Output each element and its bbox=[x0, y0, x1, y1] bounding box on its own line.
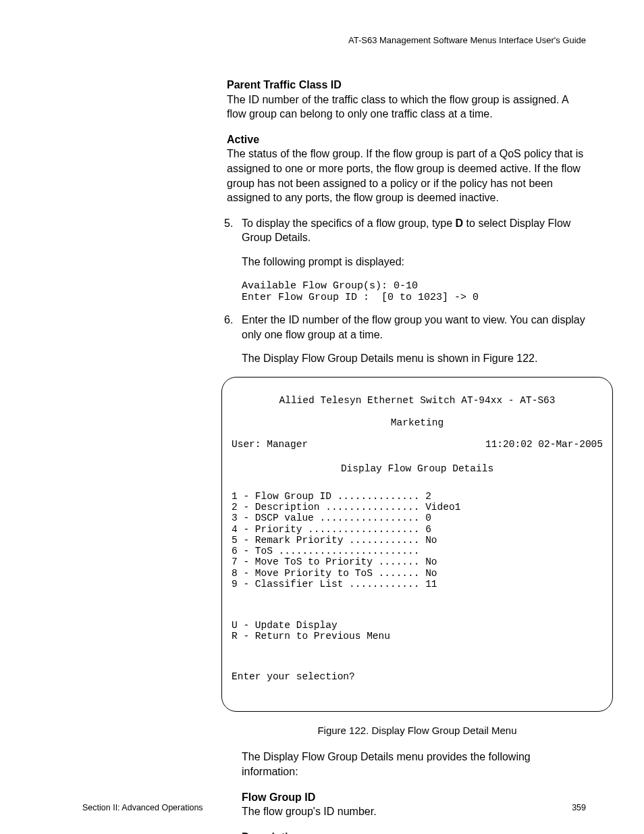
terminal-timestamp: 11:20:02 02-Mar-2005 bbox=[485, 439, 603, 450]
para-active: The status of the flow group. If the flo… bbox=[227, 147, 586, 205]
terminal-user: User: Manager bbox=[232, 439, 308, 450]
running-header: AT-S63 Management Software Menus Interfa… bbox=[82, 35, 586, 45]
terminal-commands: U - Update Display R - Return to Previou… bbox=[232, 620, 603, 642]
terminal-banner-1: Allied Telesyn Ethernet Switch AT-94xx -… bbox=[232, 395, 603, 406]
heading-active: Active bbox=[227, 132, 586, 147]
figure-caption: Figure 122. Display Flow Group Detail Me… bbox=[221, 724, 613, 737]
bold-key-d: D bbox=[456, 217, 464, 229]
text-span: To display the specifics of a flow group… bbox=[242, 217, 456, 229]
page-number: 359 bbox=[572, 803, 586, 812]
para-parent-traffic-class-id: The ID number of the traffic class to wh… bbox=[227, 93, 586, 122]
heading-flow-group-id: Flow Group ID bbox=[242, 790, 586, 805]
step-6: 6. Enter the ID number of the flow group… bbox=[227, 313, 586, 834]
terminal-menu-items: 1 - Flow Group ID .............. 2 2 - D… bbox=[232, 491, 603, 590]
step-5-text: To display the specifics of a flow group… bbox=[242, 217, 570, 244]
step-6-text: Enter the ID number of the flow group yo… bbox=[242, 314, 585, 340]
footer-section: Section II: Advanced Operations bbox=[82, 803, 203, 812]
step-number: 6. bbox=[224, 313, 233, 328]
terminal-title: Display Flow Group Details bbox=[232, 463, 603, 474]
terminal-banner-2: Marketing bbox=[232, 417, 603, 428]
heading-parent-traffic-class-id: Parent Traffic Class ID bbox=[227, 78, 586, 93]
terminal-prompt: Enter your selection? bbox=[232, 671, 603, 682]
terminal-screen: Allied Telesyn Ethernet Switch AT-94xx -… bbox=[221, 377, 613, 712]
step-6-para2: The Display Flow Group Details menu is s… bbox=[242, 351, 586, 366]
step-5: 5. To display the specifics of a flow gr… bbox=[227, 216, 586, 303]
heading-description: Description bbox=[242, 830, 586, 834]
step-5-para2: The following prompt is displayed: bbox=[242, 255, 586, 269]
main-content: Parent Traffic Class ID The ID number of… bbox=[227, 78, 586, 834]
step-number: 5. bbox=[224, 216, 233, 231]
prompt-block: Available Flow Group(s): 0-10 Enter Flow… bbox=[242, 280, 586, 304]
para-after-figure: The Display Flow Group Details menu prov… bbox=[242, 750, 586, 779]
